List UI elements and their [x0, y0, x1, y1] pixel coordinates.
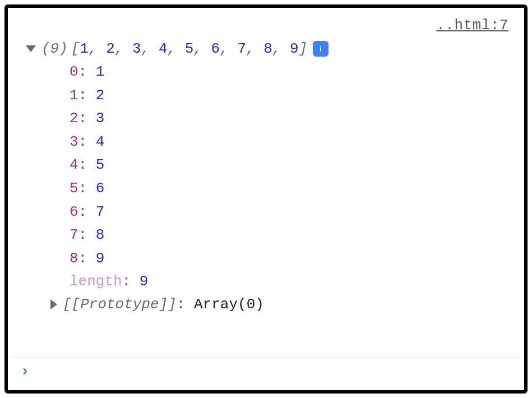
separator: , [272, 40, 290, 57]
separator: , [115, 40, 132, 57]
prototype-value: Array(0) [194, 296, 264, 313]
property-value: 9 [96, 250, 105, 267]
prototype-row[interactable]: [[Prototype]]: Array(0) [19, 296, 513, 313]
property-key: 3 [70, 133, 78, 150]
property-key: 8 [70, 250, 78, 267]
property-value: 1 [96, 63, 105, 80]
source-link[interactable]: ..html:7 [436, 17, 508, 34]
expanded-properties: 0: 11: 22: 33: 44: 55: 66: 77: 88: 9leng… [19, 61, 513, 294]
colon: : [122, 273, 140, 290]
array-element: 3 [132, 40, 141, 57]
property-row[interactable]: 3: 4 [70, 131, 513, 154]
array-element: 2 [106, 40, 115, 57]
property-key: 0 [70, 63, 78, 80]
colon: : [78, 156, 96, 173]
property-value: 6 [96, 180, 105, 197]
property-row[interactable]: 7: 8 [70, 224, 513, 247]
array-element: 9 [290, 40, 299, 57]
colon: : [78, 63, 96, 80]
property-key: 5 [70, 180, 78, 197]
array-element: 8 [263, 40, 272, 57]
colon: : [78, 180, 96, 197]
array-element: 7 [237, 40, 246, 57]
colon: : [78, 133, 96, 150]
property-value: 9 [140, 273, 149, 290]
console-prompt-icon[interactable]: › [20, 363, 30, 380]
property-value: 4 [96, 133, 105, 150]
separator: , [141, 40, 159, 57]
property-row[interactable]: 2: 3 [70, 107, 513, 131]
property-value: 5 [96, 156, 105, 173]
array-length-summary: (9) [41, 40, 68, 57]
property-row[interactable]: 6: 7 [70, 201, 513, 224]
disclosure-triangle-icon[interactable] [50, 299, 57, 309]
separator: , [193, 40, 211, 57]
length-row[interactable]: length: 9 [70, 270, 513, 294]
console-panel: ..html:7 (9) [1, 2, 3, 4, 5, 6, 7, 8, 9]… [4, 4, 528, 394]
property-row[interactable]: 5: 6 [70, 177, 513, 201]
array-element: 6 [211, 40, 220, 57]
property-value: 2 [96, 87, 105, 104]
info-icon[interactable] [313, 41, 329, 57]
separator: , [89, 40, 106, 57]
property-row[interactable]: 8: 9 [70, 247, 513, 271]
disclosure-triangle-icon[interactable] [26, 45, 36, 52]
colon: : [78, 250, 96, 267]
log-entry: (9) [1, 2, 3, 4, 5, 6, 7, 8, 9] [19, 40, 513, 57]
property-row[interactable]: 0: 1 [70, 61, 513, 84]
prototype-label: [[Prototype]] [63, 296, 177, 313]
array-element: 4 [159, 40, 168, 57]
property-key: 6 [70, 203, 78, 220]
colon: : [78, 87, 96, 104]
array-preview[interactable]: [1, 2, 3, 4, 5, 6, 7, 8, 9] [71, 40, 307, 57]
separator: , [246, 40, 263, 57]
property-value: 3 [96, 110, 105, 127]
property-key: 1 [70, 87, 78, 104]
array-element: 5 [185, 40, 194, 57]
property-row[interactable]: 4: 5 [70, 154, 513, 177]
colon: : [78, 226, 96, 243]
colon: : [78, 110, 96, 127]
bracket-open: [ [71, 40, 80, 57]
colon: : [78, 203, 96, 220]
property-value: 8 [96, 226, 105, 243]
array-element: 1 [80, 40, 89, 57]
divider [11, 357, 521, 358]
property-key: 7 [70, 226, 78, 243]
bracket-close: ] [299, 40, 308, 57]
property-key: 2 [70, 110, 78, 127]
property-key: 4 [70, 156, 78, 173]
property-key: length [70, 273, 122, 290]
separator: , [220, 40, 237, 57]
separator: , [168, 40, 185, 57]
property-row[interactable]: 1: 2 [70, 84, 513, 108]
property-value: 7 [96, 203, 105, 220]
